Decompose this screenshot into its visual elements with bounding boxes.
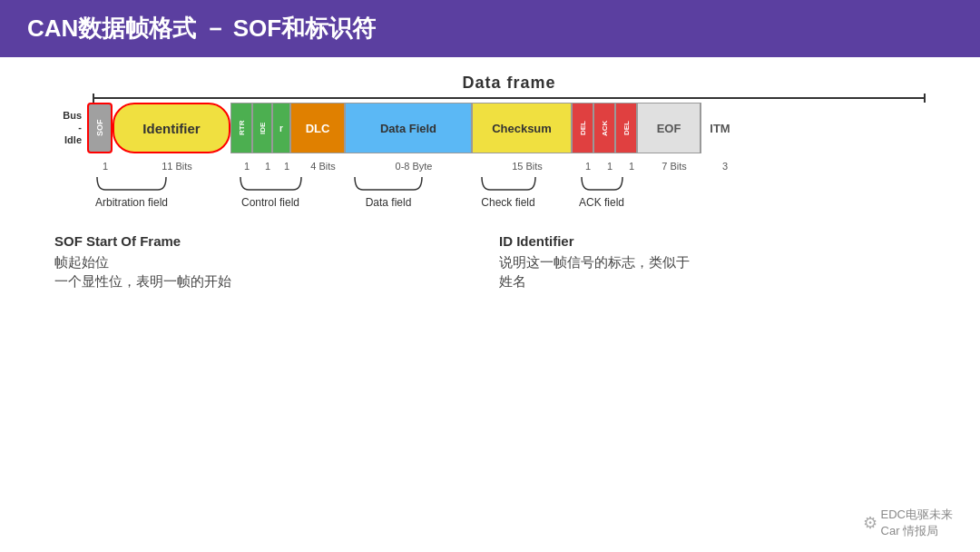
cell-sof: SOF — [87, 103, 113, 153]
info-left-term: SOF Start Of Frame — [54, 233, 481, 249]
svg-text:Control field: Control field — [241, 196, 299, 209]
svg-text:Arbitration field: Arbitration field — [95, 196, 168, 209]
info-left-line1: 帧起始位 — [54, 254, 481, 271]
fields-svg: Arbitration field Control field Data fie… — [93, 175, 926, 221]
info-right-line2: 姓名 — [499, 273, 926, 291]
cell-datafield: Data Field — [345, 103, 472, 153]
cell-checksum: Checksum — [472, 103, 572, 153]
cell-rtr: RTR — [230, 103, 252, 153]
header: CAN数据帧格式 － SOF和标识符 — [0, 0, 980, 57]
svg-text:Data field: Data field — [366, 196, 412, 209]
bus-label: Bus - Idle — [54, 103, 87, 153]
frame-row: Bus - Idle SOF Identifier RTR IDE r DLC … — [54, 103, 926, 153]
cell-del2: DEL — [615, 103, 637, 153]
cell-ack: ACK — [593, 103, 615, 153]
cell-identifier: Identifier — [113, 103, 230, 153]
fields-row: Arbitration field Control field Data fie… — [93, 175, 926, 221]
cell-itm: ITM — [701, 103, 739, 153]
cell-del1: DEL — [572, 103, 593, 153]
svg-text:Check field: Check field — [481, 196, 534, 209]
watermark: ⚙ EDC电驱未来Car 情报局 — [863, 507, 953, 539]
bits-row: 1 11 Bits 1 1 1 4 Bits 0-8 Byte 15 Bits … — [93, 157, 926, 175]
cell-dlc: DLC — [290, 103, 345, 153]
watermark-text: EDC电驱未来Car 情报局 — [881, 507, 953, 539]
data-frame-label: Data frame — [462, 74, 555, 93]
svg-text:ACK field: ACK field — [579, 196, 624, 209]
info-left: SOF Start Of Frame 帧起始位 一个显性位，表明一帧的开始 — [45, 233, 490, 292]
cell-ide: IDE — [252, 103, 272, 153]
header-title: CAN数据帧格式 － SOF和标识符 — [27, 13, 376, 44]
content: Data frame Bus - Idle SO — [0, 57, 980, 301]
info-left-line2: 一个显性位，表明一帧的开始 — [54, 273, 481, 291]
info-right: ID Identifier 说明这一帧信号的标志，类似于 姓名 — [490, 233, 935, 292]
info-right-term: ID Identifier — [499, 233, 926, 249]
cell-r: r — [272, 103, 290, 153]
info-section: SOF Start Of Frame 帧起始位 一个显性位，表明一帧的开始 ID… — [36, 233, 944, 292]
diagram-area: Data frame Bus - Idle SO — [54, 74, 926, 221]
info-right-line1: 说明这一帧信号的标志，类似于 — [499, 254, 926, 271]
slide: CAN数据帧格式 － SOF和标识符 Data frame Bus — [0, 0, 980, 552]
cell-eof: EOF — [637, 103, 701, 153]
watermark-icon: ⚙ — [863, 513, 877, 533]
